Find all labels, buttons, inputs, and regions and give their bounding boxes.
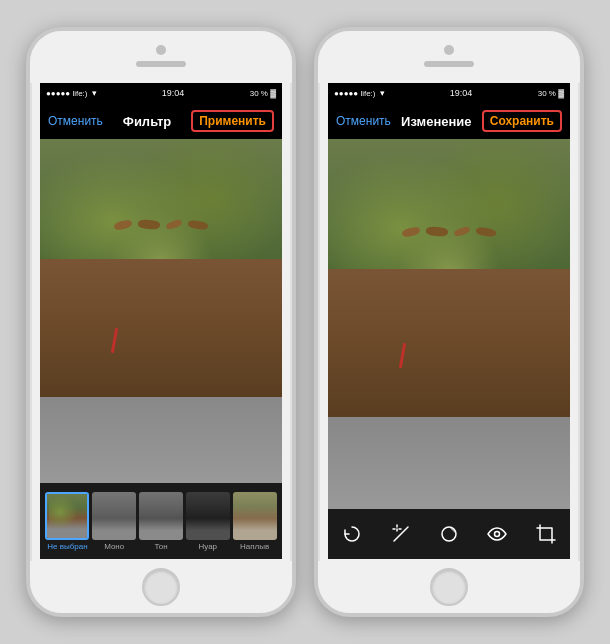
phone-edit: ●●●●● life:) ▾ 19:04 30 % ▓ Отменить Изм… (314, 27, 584, 617)
svg-point-7 (495, 532, 500, 537)
speaker-2 (424, 61, 474, 67)
phone-filter: ●●●●● life:) ▾ 19:04 30 % ▓ Отменить Фил… (26, 27, 296, 617)
nav-bar-2: Отменить Изменение Сохранить (328, 103, 570, 139)
camera-2 (444, 45, 454, 55)
status-left-2: ●●●●● life:) ▾ (334, 88, 385, 98)
photo-1 (40, 139, 282, 483)
magic-svg (391, 524, 411, 544)
phone-top-2 (318, 31, 580, 83)
filter-napliv-label: Наплыв (240, 542, 269, 551)
home-button-2[interactable] (430, 568, 468, 606)
circle-icon[interactable] (431, 516, 467, 552)
carrier-2: ●●●●● life:) (334, 89, 376, 98)
filter-mono-label: Моно (104, 542, 124, 551)
stump-layer-1 (40, 259, 282, 397)
eye-svg (487, 524, 507, 544)
filter-mono[interactable]: Моно (91, 492, 138, 551)
wifi-icon-2: ▾ (380, 88, 385, 98)
status-bar-1: ●●●●● life:) ▾ 19:04 30 % ▓ (40, 83, 282, 103)
nav-bar-1: Отменить Фильтр Применить (40, 103, 282, 139)
filter-thumb-none (45, 492, 89, 540)
filter-ton-label: Тон (154, 542, 167, 551)
filter-noir-label: Нуар (198, 542, 217, 551)
screen-2: ●●●●● life:) ▾ 19:04 30 % ▓ Отменить Изм… (328, 83, 570, 559)
filter-thumb-napliv (233, 492, 277, 540)
filter-thumb-noir (186, 492, 230, 540)
speaker-1 (136, 61, 186, 67)
rotate-svg (342, 524, 362, 544)
photo-area-1 (40, 139, 282, 483)
phone-bottom-2 (318, 561, 580, 613)
filter-none[interactable]: Не выбран (44, 492, 91, 551)
ground-layer-2 (328, 417, 570, 510)
cancel-button-1[interactable]: Отменить (48, 114, 103, 128)
battery-1: 30 % ▓ (250, 89, 276, 98)
apply-button[interactable]: Применить (191, 110, 274, 132)
crop-icon[interactable] (528, 516, 564, 552)
cancel-button-2[interactable]: Отменить (336, 114, 391, 128)
wifi-icon-1: ▾ (92, 88, 97, 98)
bottom-toolbar (328, 509, 570, 559)
battery-2: 30 % ▓ (538, 89, 564, 98)
filter-strip: Не выбран Моно Тон (40, 483, 282, 559)
time-2: 19:04 (450, 88, 473, 98)
carrier-1: ●●●●● life:) (46, 89, 88, 98)
nav-title-2: Изменение (401, 114, 471, 129)
photo-area-2 (328, 139, 570, 509)
rotate-icon[interactable] (334, 516, 370, 552)
circle-svg (439, 524, 459, 544)
phones-container: ●●●●● life:) ▾ 19:04 30 % ▓ Отменить Фил… (26, 27, 584, 617)
nav-title-1: Фильтр (123, 114, 172, 129)
ground-layer-1 (40, 397, 282, 483)
crop-svg (536, 524, 556, 544)
home-button-1[interactable] (142, 568, 180, 606)
screen-1: ●●●●● life:) ▾ 19:04 30 % ▓ Отменить Фил… (40, 83, 282, 559)
status-left-1: ●●●●● life:) ▾ (46, 88, 97, 98)
stump-layer-2 (328, 269, 570, 417)
camera-1 (156, 45, 166, 55)
status-bar-2: ●●●●● life:) ▾ 19:04 30 % ▓ (328, 83, 570, 103)
filter-thumb-ton (139, 492, 183, 540)
filter-napliv[interactable]: Наплыв (231, 492, 278, 551)
magic-wand-icon[interactable] (383, 516, 419, 552)
time-1: 19:04 (162, 88, 185, 98)
photo-2 (328, 139, 570, 509)
eye-icon[interactable] (479, 516, 515, 552)
filter-noir[interactable]: Нуар (184, 492, 231, 551)
save-button[interactable]: Сохранить (482, 110, 562, 132)
filter-ton[interactable]: Тон (138, 492, 185, 551)
filter-none-label: Не выбран (47, 542, 87, 551)
phone-top-1 (30, 31, 292, 83)
phone-bottom-1 (30, 561, 292, 613)
filter-thumb-mono (92, 492, 136, 540)
